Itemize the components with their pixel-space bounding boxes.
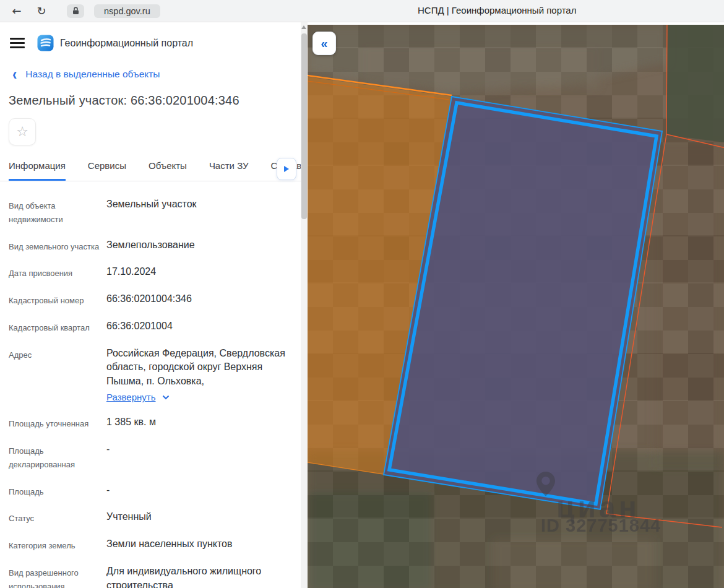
field-value: Российская Федерация, Свердловская облас… — [106, 348, 285, 386]
lock-icon — [67, 4, 84, 18]
browser-refresh-icon[interactable]: ↻ — [33, 4, 50, 17]
field-value: Земельный участок — [106, 197, 292, 227]
field-row: Статус Учтенный — [9, 510, 292, 525]
padlock-glyph — [72, 7, 79, 15]
watermark-id: ID 327751844 — [541, 516, 661, 535]
back-to-selected-link[interactable]: ‹ Назад в выделенные объекты — [12, 69, 301, 80]
chevron-down-icon — [162, 394, 170, 401]
address-expand-link[interactable]: Развернуть — [106, 391, 292, 404]
field-label: Категория земель — [9, 537, 106, 553]
expand-label: Развернуть — [106, 391, 156, 404]
field-row: Кадастровый квартал 66:36:0201004 — [9, 319, 292, 335]
attributes-list: Вид объекта недвижимости Земельный участ… — [9, 197, 292, 588]
back-link-label: Назад в выделенные объекты — [25, 69, 160, 80]
scrollbar-up-arrow-icon[interactable] — [301, 25, 306, 29]
field-label: Вид разрешенного использования — [9, 564, 106, 588]
field-row: Вид разрешенного использования Для индив… — [9, 564, 292, 588]
field-value: Землепользование — [106, 238, 292, 254]
browser-back-icon[interactable]: ← — [9, 4, 25, 17]
field-label: Вид объекта недвижимости — [9, 197, 106, 227]
field-label: Кадастровый квартал — [9, 319, 106, 335]
sidebar-collapse-button[interactable]: « — [312, 32, 336, 55]
field-label: Вид земельного участка — [9, 238, 106, 254]
field-value: 66:36:0201004:346 — [106, 292, 292, 308]
field-value: - — [106, 443, 292, 472]
field-value: 17.10.2024 — [106, 265, 292, 280]
field-row-address: Адрес Российская Федерация, Свердловская… — [9, 347, 292, 404]
field-row: Площадь уточненная 1 385 кв. м — [9, 415, 292, 431]
field-row: Дата присвоения 17.10.2024 — [9, 265, 292, 280]
triangle-right-icon — [284, 166, 289, 172]
menu-icon[interactable] — [10, 35, 25, 51]
star-icon: ☆ — [16, 124, 28, 140]
scrollbar-thumb[interactable] — [301, 33, 307, 219]
portal-header: Геоинформационный портал — [10, 35, 301, 51]
tab-services[interactable]: Сервисы — [88, 160, 126, 181]
tab-information[interactable]: Информация — [9, 160, 66, 181]
field-row: Площадь декларированная - — [9, 443, 292, 472]
field-row: Кадастровый номер 66:36:0201004:346 — [9, 292, 292, 308]
field-label: Площадь декларированная — [9, 443, 106, 472]
app-title: Геоинформационный портал — [60, 38, 193, 49]
chevron-left-icon: ‹ — [12, 68, 17, 80]
favorite-button[interactable]: ☆ — [9, 118, 36, 145]
map-parcels-overlay: циан ID 327751844 — [308, 25, 724, 588]
tab-parcel-parts[interactable]: Части ЗУ — [209, 160, 249, 181]
tab-list: Информация Сервисы Объекты Части ЗУ Сост… — [0, 154, 301, 181]
field-label: Площадь — [9, 483, 106, 499]
field-row: Вид объекта недвижимости Земельный участ… — [9, 197, 292, 227]
field-value: - — [106, 483, 292, 499]
tabs-bar: Информация Сервисы Объекты Части ЗУ Сост… — [0, 154, 301, 181]
field-label: Площадь уточненная — [9, 415, 106, 431]
field-label: Адрес — [9, 347, 106, 404]
tab-objects[interactable]: Объекты — [149, 160, 187, 181]
nspd-logo-icon — [37, 35, 54, 51]
double-chevron-left-icon: « — [321, 37, 327, 51]
map[interactable]: циан ID 327751844 « — [308, 25, 724, 588]
field-value: 1 385 кв. м — [106, 415, 292, 431]
field-row: Площадь - — [9, 483, 292, 499]
page-title: Земельный участок: 66:36:0201004:346 — [9, 93, 301, 108]
field-row: Категория земель Земли населенных пункто… — [9, 537, 292, 553]
field-label: Кадастровый номер — [9, 292, 106, 308]
browser-toolbar: ← ↻ nspd.gov.ru НСПД | Геоинформационный… — [0, 0, 724, 22]
field-label: Статус — [9, 510, 106, 525]
imagery-green-zone — [666, 25, 724, 142]
field-row: Вид земельного участка Землепользование — [9, 238, 292, 254]
info-panel: Геоинформационный портал ‹ Назад в выдел… — [0, 22, 301, 588]
url-field[interactable]: nspd.gov.ru — [94, 4, 160, 18]
field-value: Земли населенных пунктов — [106, 537, 292, 553]
tabs-scroll-right-button[interactable] — [277, 158, 296, 180]
panel-scrollbar[interactable] — [301, 22, 308, 588]
field-value: 66:36:0201004 — [106, 319, 292, 335]
browser-page-title: НСПД | Геоинформационный портал — [418, 5, 576, 15]
field-value: Для индивидуального жилищного строительс… — [106, 564, 292, 588]
field-label: Дата присвоения — [9, 265, 106, 280]
field-value: Учтенный — [106, 510, 292, 525]
